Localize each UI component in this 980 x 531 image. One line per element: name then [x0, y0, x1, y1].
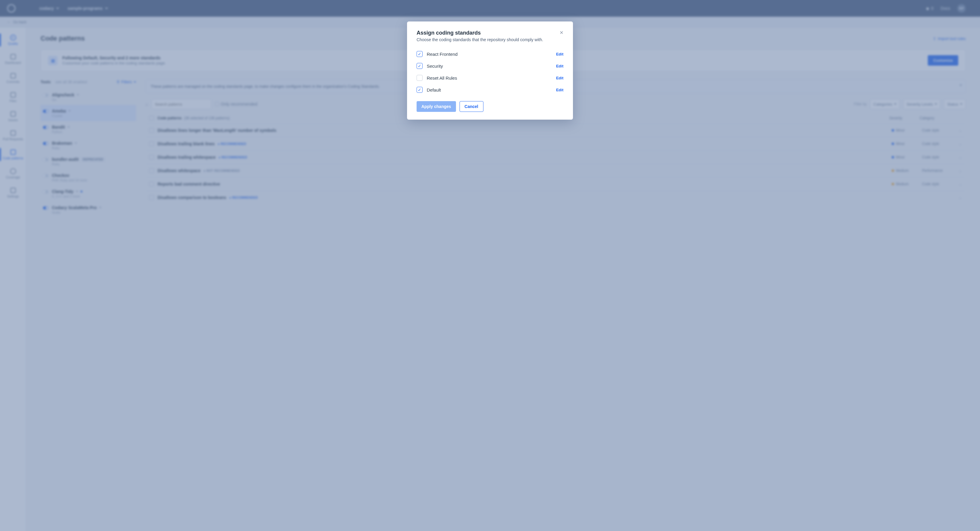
standard-checkbox[interactable]: ✓ [417, 87, 423, 93]
edit-link[interactable]: Edit [556, 76, 563, 80]
standard-checkbox[interactable] [417, 75, 423, 81]
edit-link[interactable]: Edit [556, 88, 563, 92]
assign-standards-modal: Assign coding standards ✕ Choose the cod… [407, 21, 573, 119]
modal-title: Assign coding standards [417, 30, 481, 36]
standard-name: Reset All Rules [427, 75, 552, 81]
standard-row: Reset All RulesEdit [417, 72, 563, 84]
standard-row: ✓DefaultEdit [417, 84, 563, 96]
apply-changes-button[interactable]: Apply changes [417, 101, 456, 112]
modal-overlay[interactable]: Assign coding standards ✕ Choose the cod… [0, 0, 980, 531]
modal-subtitle: Choose the coding standards that the rep… [417, 37, 563, 42]
standard-name: Default [427, 87, 552, 92]
standard-checkbox[interactable]: ✓ [417, 51, 423, 57]
edit-link[interactable]: Edit [556, 64, 563, 68]
edit-link[interactable]: Edit [556, 52, 563, 56]
standard-row: ✓React FrontendEdit [417, 48, 563, 60]
standard-name: Security [427, 64, 552, 68]
standard-row: ✓SecurityEdit [417, 60, 563, 72]
standard-checkbox[interactable]: ✓ [417, 63, 423, 69]
cancel-button[interactable]: Cancel [460, 101, 484, 112]
standards-list: ✓React FrontendEdit✓SecurityEditReset Al… [417, 48, 563, 96]
standard-name: React Frontend [427, 52, 552, 57]
close-icon[interactable]: ✕ [560, 30, 563, 35]
